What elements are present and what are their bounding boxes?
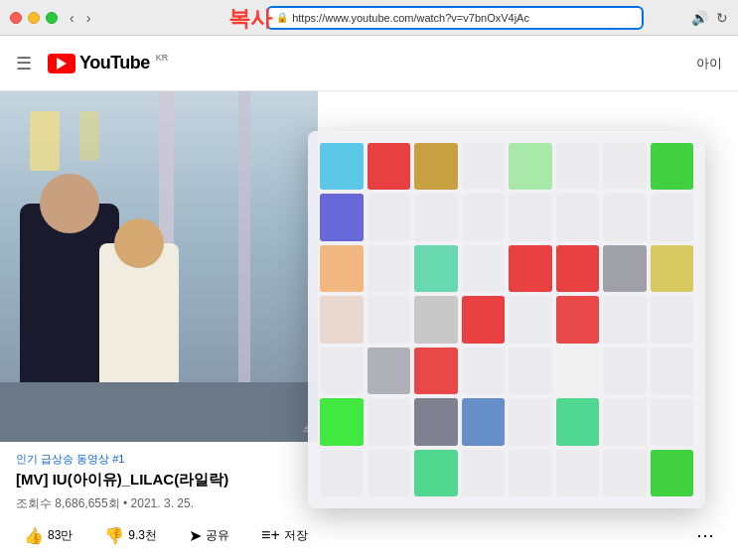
save-button[interactable]: ≡+ 저장 bbox=[253, 522, 316, 548]
share-button[interactable]: ➤ 공유 bbox=[181, 522, 237, 549]
lock-icon: 🔒 bbox=[276, 12, 288, 23]
share-icon: ➤ bbox=[189, 526, 202, 545]
color-cell[interactable] bbox=[556, 398, 600, 445]
color-cell[interactable] bbox=[368, 245, 411, 292]
color-cell[interactable] bbox=[509, 296, 552, 343]
color-cell[interactable] bbox=[509, 398, 552, 445]
dislike-count: 9.3천 bbox=[128, 527, 157, 544]
color-cell[interactable] bbox=[368, 194, 411, 240]
color-cell[interactable] bbox=[603, 245, 647, 292]
color-cell[interactable] bbox=[320, 245, 364, 292]
color-cell[interactable] bbox=[556, 245, 600, 292]
browser-titlebar: ‹ › 🔒 https://www.youtube.com/watch?v=v7… bbox=[0, 0, 738, 36]
refresh-icon[interactable]: ↻ bbox=[716, 10, 728, 26]
scene-floor bbox=[0, 382, 318, 442]
color-cell[interactable] bbox=[414, 450, 458, 496]
color-cell[interactable] bbox=[368, 296, 411, 343]
color-picker-overlay[interactable] bbox=[308, 131, 705, 508]
share-label: 공유 bbox=[206, 527, 229, 544]
more-options-button[interactable]: ⋯ bbox=[688, 520, 722, 550]
color-cell[interactable] bbox=[509, 143, 552, 190]
video-player[interactable]: ♬ bbox=[0, 91, 318, 442]
toolbar-right: 🔊 ↻ bbox=[691, 10, 728, 26]
color-cell[interactable] bbox=[414, 245, 458, 292]
color-cell[interactable] bbox=[462, 450, 506, 496]
save-icon: ≡+ bbox=[261, 526, 280, 544]
main-content: ♬ 인기 급상승 동영상 #1 [MV] IU(아이유)_LILAC(라일락) … bbox=[0, 91, 738, 560]
nav-buttons: ‹ › bbox=[66, 8, 94, 28]
youtube-logo[interactable]: YouTube KR bbox=[48, 53, 168, 73]
color-cell[interactable] bbox=[603, 143, 647, 190]
color-cell[interactable] bbox=[509, 245, 552, 292]
hamburger-menu[interactable]: ☰ bbox=[16, 53, 32, 74]
color-cell[interactable] bbox=[651, 245, 694, 292]
like-button[interactable]: 👍 83만 bbox=[16, 522, 80, 549]
color-cell[interactable] bbox=[320, 348, 364, 394]
color-cell[interactable] bbox=[368, 450, 411, 496]
color-cell[interactable] bbox=[462, 143, 506, 190]
color-cell[interactable] bbox=[414, 398, 458, 445]
color-cell[interactable] bbox=[368, 143, 411, 190]
color-cell[interactable] bbox=[320, 143, 364, 190]
like-icon: 👍 bbox=[24, 526, 44, 545]
color-cell[interactable] bbox=[320, 450, 364, 496]
scene-light-2 bbox=[79, 111, 99, 161]
maximize-button[interactable] bbox=[46, 12, 58, 24]
dislike-icon: 👎 bbox=[104, 526, 124, 545]
color-cell[interactable] bbox=[320, 296, 364, 343]
color-cell[interactable] bbox=[603, 296, 647, 343]
copy-label: 복사 bbox=[228, 4, 272, 34]
color-cell[interactable] bbox=[462, 296, 506, 343]
youtube-logo-icon bbox=[48, 54, 75, 73]
color-cell[interactable] bbox=[651, 348, 694, 394]
scene-light-1 bbox=[30, 111, 60, 171]
traffic-lights bbox=[10, 12, 58, 24]
color-cell[interactable] bbox=[556, 348, 600, 394]
color-cell[interactable] bbox=[462, 194, 506, 240]
header-right-text: 아이 bbox=[696, 55, 722, 72]
color-cell[interactable] bbox=[414, 143, 458, 190]
youtube-region-label: KR bbox=[156, 53, 169, 63]
back-button[interactable]: ‹ bbox=[66, 8, 78, 28]
url-text: https://www.youtube.com/watch?v=v7bnOxV4… bbox=[292, 12, 634, 24]
color-cell[interactable] bbox=[509, 194, 552, 240]
color-cell[interactable] bbox=[462, 398, 506, 445]
volume-icon[interactable]: 🔊 bbox=[691, 10, 708, 26]
color-cell[interactable] bbox=[509, 348, 552, 394]
color-cell[interactable] bbox=[603, 450, 647, 496]
color-cell[interactable] bbox=[651, 143, 694, 190]
color-cell[interactable] bbox=[414, 348, 458, 394]
color-cell[interactable] bbox=[603, 348, 647, 394]
close-button[interactable] bbox=[10, 12, 22, 24]
like-count: 83만 bbox=[48, 527, 73, 544]
color-cell[interactable] bbox=[556, 194, 600, 240]
save-label: 저장 bbox=[284, 527, 308, 544]
color-cell[interactable] bbox=[556, 143, 600, 190]
color-cell[interactable] bbox=[462, 245, 506, 292]
color-cell[interactable] bbox=[603, 194, 647, 240]
color-cell[interactable] bbox=[651, 296, 694, 343]
minimize-button[interactable] bbox=[28, 12, 40, 24]
color-cell[interactable] bbox=[651, 194, 694, 240]
color-cell[interactable] bbox=[603, 398, 647, 445]
youtube-logo-text: YouTube bbox=[79, 53, 150, 73]
color-cell[interactable] bbox=[651, 450, 694, 496]
color-cell[interactable] bbox=[368, 398, 411, 445]
color-cell[interactable] bbox=[320, 398, 364, 445]
forward-button[interactable]: › bbox=[82, 8, 95, 28]
color-cell[interactable] bbox=[556, 296, 600, 343]
color-cell[interactable] bbox=[462, 348, 506, 394]
color-cell[interactable] bbox=[509, 450, 552, 496]
color-cell[interactable] bbox=[368, 348, 411, 394]
color-cell[interactable] bbox=[651, 398, 694, 445]
dislike-button[interactable]: 👎 9.3천 bbox=[96, 522, 165, 549]
scene-person-2 bbox=[99, 243, 179, 402]
youtube-header: ☰ YouTube KR 아이 bbox=[0, 36, 738, 91]
color-cell[interactable] bbox=[414, 296, 458, 343]
color-cell[interactable] bbox=[414, 194, 458, 240]
color-cell[interactable] bbox=[556, 450, 600, 496]
color-cell[interactable] bbox=[320, 194, 364, 240]
video-actions: 👍 83만 👎 9.3천 ➤ 공유 ≡+ 저장 ⋯ bbox=[16, 520, 722, 550]
address-bar[interactable]: 🔒 https://www.youtube.com/watch?v=v7bnOx… bbox=[266, 6, 644, 30]
